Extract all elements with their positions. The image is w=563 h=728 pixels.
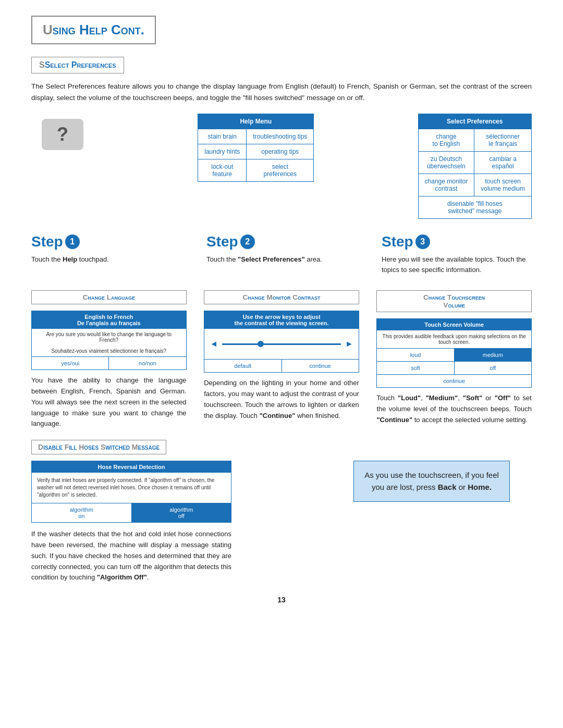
title-rest: sing Help Cont. <box>53 22 144 38</box>
help-menu-cell-troubleshooting[interactable]: troubleshooting tips <box>247 129 314 144</box>
help-menu-table-wrapper: Help Menu stain brain troubleshooting ti… <box>198 114 314 182</box>
disable-fill-hoses-section: Disable Fill Hoses Switched Message Hose… <box>31 440 532 583</box>
contrast-mockup: Use the arrow keys to adjustthe contrast… <box>204 311 359 373</box>
select-preferences-heading: SSelect Preferences <box>31 57 124 73</box>
step-2-title: Step 2 <box>206 233 357 250</box>
change-language-mockup: English to FrenchDe l'anglais au françai… <box>31 311 187 370</box>
step-2-number: 2 <box>240 235 255 249</box>
pref-volume[interactable]: touch screenvolume medium <box>474 174 532 196</box>
help-menu-cell-laundry-hints[interactable]: laundry hints <box>198 144 247 159</box>
volume-soft-button[interactable]: soft <box>377 362 454 374</box>
volume-loud-button[interactable]: loud <box>377 349 454 361</box>
contrast-right-arrow[interactable]: ► <box>345 339 353 349</box>
title-first-letter: U <box>43 22 53 38</box>
help-menu-table: Help Menu stain brain troubleshooting ti… <box>198 114 314 182</box>
lang-mockup-question: Are you sure you would like to change th… <box>32 329 186 346</box>
pref-fill-hoses[interactable]: disenable "fill hosesswitched" message <box>418 196 531 219</box>
step-3-number: 3 <box>415 235 430 249</box>
step-1: Step 1 Touch the Help touchpad. <box>31 233 181 265</box>
change-language-body: You have the ability to change the langu… <box>31 375 187 429</box>
change-monitor-contrast-col: Change Monitor Contrast Use the arrow ke… <box>204 290 359 421</box>
steps-area: Step 1 Touch the Help touchpad. Step 2 T… <box>31 233 532 275</box>
subsections-row: Change Language English to FrenchDe l'an… <box>31 290 532 429</box>
change-monitor-contrast-body: Depending on the lighting in your home a… <box>204 378 359 421</box>
lang-mockup-header: English to FrenchDe l'anglais au françai… <box>32 311 186 329</box>
select-pref-title: Select Preferences <box>418 114 531 129</box>
step-1-title: Step 1 <box>31 233 181 250</box>
select-pref-menu-wrapper: Select Preferences changeto English séle… <box>418 114 532 219</box>
tip-box: As you use the touchscreen, if you feely… <box>353 461 510 502</box>
volume-mockup: Touch Screen Volume This provides audibl… <box>376 318 532 388</box>
pref-change-english[interactable]: changeto English <box>418 129 474 152</box>
page-number: 13 <box>31 596 532 604</box>
change-language-heading: Change Language <box>31 290 187 304</box>
pref-deutsch[interactable]: zu Deutschüberwechseln <box>418 152 474 174</box>
tip-box-wrapper: As you use the touchscreen, if you feely… <box>332 461 532 502</box>
step-3-text: Here you will see the available topics. … <box>382 254 532 275</box>
help-menu-cell-stain-brain[interactable]: stain brain <box>198 129 247 144</box>
contrast-header: Use the arrow keys to adjustthe contrast… <box>204 311 359 329</box>
volume-off-button[interactable]: off <box>455 362 531 374</box>
volume-row1: loud medium <box>377 348 531 361</box>
pref-french[interactable]: sélectionnerle français <box>474 129 532 152</box>
step-3: Step 3 Here you will see the available t… <box>382 233 532 275</box>
step-1-number: 1 <box>65 235 80 249</box>
algorithm-off-button[interactable]: algorithmoff <box>132 503 231 522</box>
question-mark-area: ? <box>31 114 94 150</box>
change-touchscreen-volume-col: Change TouchscreenVolume Touch Screen Vo… <box>376 290 532 425</box>
volume-subtext: This provides audible feedback upon maki… <box>377 330 531 348</box>
help-menu-title: Help Menu <box>198 114 314 129</box>
disable-body: If the washer detects that the hot and c… <box>31 529 231 583</box>
step-2-text: Touch the "Select Preferences" area. <box>206 254 357 265</box>
contrast-default-button[interactable]: default <box>204 360 282 372</box>
change-touchscreen-volume-heading: Change TouchscreenVolume <box>376 290 532 312</box>
menu-area: ? Help Menu stain brain troubleshooting … <box>31 114 532 219</box>
disable-left-col: Hose Reversal Detection Verify that inle… <box>31 461 231 583</box>
volume-medium-button[interactable]: medium <box>455 349 531 361</box>
contrast-slider-bar <box>222 343 341 345</box>
help-menu-cell-operating-tips[interactable]: operating tips <box>247 144 314 159</box>
lang-mockup-wish: Souhaitez-vous vraiment sélectionner le … <box>32 346 186 356</box>
algorithm-on-button[interactable]: algorithmon <box>32 503 132 522</box>
change-monitor-contrast-heading: Change Monitor Contrast <box>204 290 359 304</box>
page-title-box: Using Help Cont. <box>31 16 156 44</box>
change-touchscreen-volume-body: Touch "Loud", "Medium", "Soft" or "Off" … <box>376 393 532 425</box>
contrast-slider-handle[interactable] <box>258 341 264 347</box>
pref-monitor-contrast[interactable]: change monitorcontrast <box>418 174 474 196</box>
volume-header: Touch Screen Volume <box>377 319 531 330</box>
lang-yes-button[interactable]: yes/oui <box>32 357 109 369</box>
hose-mockup: Hose Reversal Detection Verify that inle… <box>31 461 231 523</box>
contrast-footer: default continue <box>204 359 359 372</box>
hose-text: Verify that inlet hoses are properly con… <box>32 473 231 503</box>
help-menu-cell-lockout[interactable]: lock-outfeature <box>198 159 247 182</box>
hose-buttons-row: algorithmon algorithmoff <box>32 503 231 522</box>
disable-bottom-row: Hose Reversal Detection Verify that inle… <box>31 461 532 583</box>
pref-espanol[interactable]: cambiar aespañol <box>474 152 532 174</box>
disable-fill-hoses-heading: Disable Fill Hoses Switched Message <box>31 440 166 454</box>
help-menu-cell-select-preferences[interactable]: selectpreferences <box>247 159 314 182</box>
lang-mockup-buttons: yes/oui no/non <box>32 356 186 369</box>
intro-paragraph: The Select Preferences feature allows yo… <box>31 81 532 103</box>
step-1-text: Touch the Help touchpad. <box>31 254 181 265</box>
step-2: Step 2 Touch the "Select Preferences" ar… <box>206 233 357 265</box>
select-pref-table: Select Preferences changeto English séle… <box>418 114 532 219</box>
contrast-continue-button[interactable]: continue <box>282 360 359 372</box>
change-language-col: Change Language English to FrenchDe l'an… <box>31 290 187 429</box>
volume-continue-button[interactable]: continue <box>377 374 531 387</box>
volume-row2: soft off <box>377 361 531 374</box>
step-3-title: Step 3 <box>382 233 532 250</box>
lang-no-button[interactable]: no/non <box>109 357 186 369</box>
question-mark-icon: ? <box>42 119 83 150</box>
hose-header: Hose Reversal Detection <box>32 461 231 473</box>
contrast-slider-area: ◄ ► <box>204 329 359 359</box>
contrast-left-arrow[interactable]: ◄ <box>210 339 218 349</box>
